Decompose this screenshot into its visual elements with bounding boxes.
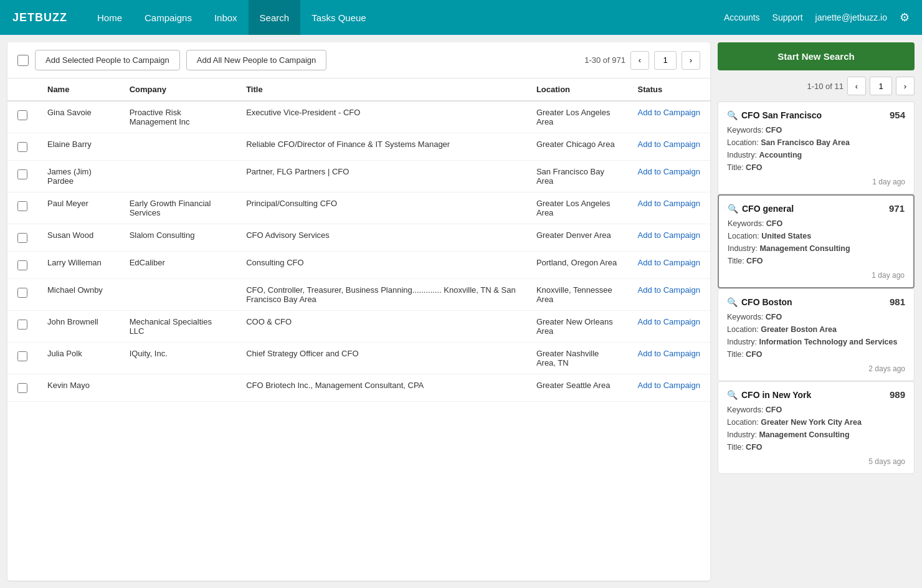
row-name: Paul Meyer bbox=[37, 192, 120, 224]
table-row: John Brownell Mechanical Specialties LLC… bbox=[7, 311, 710, 343]
nav-inbox[interactable]: Inbox bbox=[203, 0, 249, 35]
row-name: James (Jim) Pardee bbox=[37, 161, 120, 192]
pagination-info: 1-30 of 971 ‹ › bbox=[584, 51, 700, 70]
row-status: Add to Campaign bbox=[628, 224, 710, 252]
saved-next-button[interactable]: › bbox=[896, 77, 915, 95]
row-name: Larry Willeman bbox=[37, 252, 120, 279]
row-checkbox-input[interactable] bbox=[17, 320, 27, 330]
row-company bbox=[120, 374, 236, 402]
row-title: Partner, FLG Partners | CFO bbox=[236, 161, 526, 192]
add-to-campaign-button[interactable]: Add to Campaign bbox=[638, 285, 700, 295]
row-status: Add to Campaign bbox=[628, 311, 710, 343]
prev-page-button[interactable]: ‹ bbox=[630, 51, 649, 70]
row-title: CFO, Controller, Treasurer, Business Pla… bbox=[236, 279, 526, 311]
table-row: Kevin Mayo CFO Briotech Inc., Management… bbox=[7, 374, 710, 402]
page-number-input[interactable] bbox=[654, 51, 677, 70]
row-checkbox bbox=[7, 101, 37, 133]
nav-accounts[interactable]: Accounts bbox=[724, 12, 760, 22]
search-card[interactable]: 🔍 CFO San Francisco 954 Keywords: CFO Lo… bbox=[718, 102, 915, 194]
nav-search[interactable]: Search bbox=[249, 0, 301, 35]
results-table: Name Company Title Location Status Gina … bbox=[7, 78, 710, 402]
row-checkbox bbox=[7, 161, 37, 192]
nav-campaigns[interactable]: Campaigns bbox=[133, 0, 203, 35]
row-checkbox-input[interactable] bbox=[17, 110, 27, 120]
row-checkbox bbox=[7, 374, 37, 402]
add-all-button[interactable]: Add All New People to Campaign bbox=[186, 50, 327, 70]
table-row: Michael Ownby CFO, Controller, Treasurer… bbox=[7, 279, 710, 311]
row-checkbox bbox=[7, 252, 37, 279]
results-table-container: Name Company Title Location Status Gina … bbox=[7, 78, 710, 581]
row-title: Chief Strategy Officer and CFO bbox=[236, 343, 526, 374]
nav-user[interactable]: janette@jetbuzz.io bbox=[815, 12, 887, 22]
nav-tasks-queue[interactable]: Tasks Queue bbox=[300, 0, 378, 35]
row-checkbox-input[interactable] bbox=[17, 169, 27, 179]
search-title-text: CFO San Francisco bbox=[741, 110, 822, 120]
add-to-campaign-button[interactable]: Add to Campaign bbox=[638, 317, 700, 326]
row-status: Add to Campaign bbox=[628, 133, 710, 161]
saved-page-input[interactable] bbox=[870, 77, 892, 95]
nav-support[interactable]: Support bbox=[772, 12, 803, 22]
search-count: 971 bbox=[889, 203, 905, 214]
search-card-header: 🔍 CFO in New York 989 bbox=[727, 389, 905, 400]
row-company: Early Growth Financial Services bbox=[120, 192, 236, 224]
col-company: Company bbox=[120, 78, 236, 101]
search-card[interactable]: 🔍 CFO Boston 981 Keywords: CFO Location:… bbox=[718, 288, 915, 381]
row-company: Mechanical Specialties LLC bbox=[120, 311, 236, 343]
select-all-checkbox[interactable] bbox=[17, 55, 29, 66]
row-location: Knoxville, Tennessee Area bbox=[526, 279, 628, 311]
add-selected-button[interactable]: Add Selected People to Campaign bbox=[35, 50, 180, 70]
search-icon: 🔍 bbox=[727, 297, 738, 307]
add-to-campaign-button[interactable]: Add to Campaign bbox=[638, 108, 700, 117]
table-row: James (Jim) Pardee Partner, FLG Partners… bbox=[7, 161, 710, 192]
row-location: Greater Chicago Area bbox=[526, 133, 628, 161]
saved-prev-button[interactable]: ‹ bbox=[847, 77, 866, 95]
row-company: IQuity, Inc. bbox=[120, 343, 236, 374]
add-to-campaign-button[interactable]: Add to Campaign bbox=[638, 230, 700, 240]
search-card[interactable]: 🔍 CFO general 971 Keywords: CFO Location… bbox=[718, 194, 915, 288]
add-to-campaign-button[interactable]: Add to Campaign bbox=[638, 381, 700, 390]
add-to-campaign-button[interactable]: Add to Campaign bbox=[638, 167, 700, 176]
row-checkbox-input[interactable] bbox=[17, 201, 27, 211]
row-name: Michael Ownby bbox=[37, 279, 120, 311]
row-checkbox-input[interactable] bbox=[17, 260, 27, 270]
add-to-campaign-button[interactable]: Add to Campaign bbox=[638, 349, 700, 358]
start-new-search-button[interactable]: Start New Search bbox=[718, 42, 915, 70]
row-checkbox bbox=[7, 279, 37, 311]
search-card-time: 1 day ago bbox=[728, 271, 905, 280]
search-icon: 🔍 bbox=[728, 204, 738, 214]
row-checkbox bbox=[7, 343, 37, 374]
search-card-time: 2 days ago bbox=[727, 364, 905, 373]
nav-home[interactable]: Home bbox=[86, 0, 133, 35]
table-row: Gina Savoie Proactive Risk Management In… bbox=[7, 101, 710, 133]
row-checkbox-input[interactable] bbox=[17, 383, 27, 393]
row-title: CFO Briotech Inc., Management Consultant… bbox=[236, 374, 526, 402]
col-status: Status bbox=[628, 78, 710, 101]
add-to-campaign-button[interactable]: Add to Campaign bbox=[638, 258, 700, 267]
col-location: Location bbox=[526, 78, 628, 101]
row-title: Consulting CFO bbox=[236, 252, 526, 279]
row-company bbox=[120, 133, 236, 161]
row-name: Gina Savoie bbox=[37, 101, 120, 133]
row-checkbox-input[interactable] bbox=[17, 142, 27, 152]
row-name: Kevin Mayo bbox=[37, 374, 120, 402]
add-to-campaign-button[interactable]: Add to Campaign bbox=[638, 140, 700, 149]
row-name: Elaine Barry bbox=[37, 133, 120, 161]
row-location: Greater Denver Area bbox=[526, 224, 628, 252]
row-company bbox=[120, 279, 236, 311]
search-card[interactable]: 🔍 CFO in New York 989 Keywords: CFO Loca… bbox=[718, 381, 915, 474]
row-checkbox-input[interactable] bbox=[17, 233, 27, 243]
row-checkbox-input[interactable] bbox=[17, 288, 27, 298]
row-location: San Francisco Bay Area bbox=[526, 161, 628, 192]
row-location: Greater Seattle Area bbox=[526, 374, 628, 402]
row-status: Add to Campaign bbox=[628, 192, 710, 224]
row-company: Slalom Consulting bbox=[120, 224, 236, 252]
row-checkbox-input[interactable] bbox=[17, 351, 27, 361]
gear-icon[interactable]: ⚙ bbox=[900, 11, 910, 24]
add-to-campaign-button[interactable]: Add to Campaign bbox=[638, 199, 700, 208]
brand-logo: JETBUZZ bbox=[12, 11, 67, 24]
row-name: Julia Polk bbox=[37, 343, 120, 374]
row-status: Add to Campaign bbox=[628, 343, 710, 374]
next-page-button[interactable]: › bbox=[682, 51, 700, 70]
search-card-detail: Keywords: CFO Location: San Francisco Ba… bbox=[727, 124, 905, 174]
left-panel: Add Selected People to Campaign Add All … bbox=[7, 42, 710, 581]
